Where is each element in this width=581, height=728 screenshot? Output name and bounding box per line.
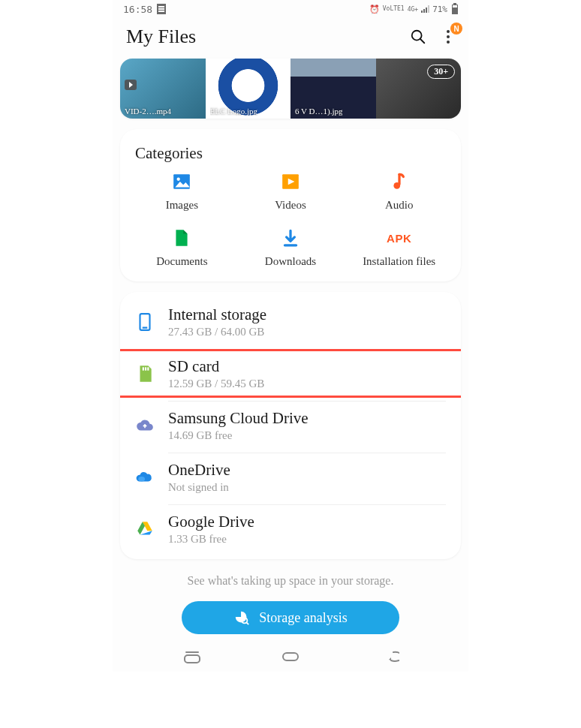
category-images[interactable]: Images bbox=[128, 172, 236, 212]
svg-rect-11 bbox=[147, 367, 149, 370]
recent-thumb[interactable]: 6 V D…1).jpg bbox=[290, 59, 376, 119]
phone-icon bbox=[135, 312, 155, 332]
storage-onedrive[interactable]: OneDrive Not signed in bbox=[120, 451, 461, 503]
storage-title: Samsung Cloud Drive bbox=[168, 409, 446, 428]
svg-line-14 bbox=[247, 622, 249, 624]
category-downloads[interactable]: Downloads bbox=[236, 228, 345, 268]
storage-sub: 14.69 GB free bbox=[168, 429, 446, 442]
category-label: Images bbox=[166, 199, 198, 212]
device-frame: 16:58 VoLTE1 4G+ 71% My Files N bbox=[113, 0, 468, 672]
storage-google-drive[interactable]: Google Drive 1.33 GB free bbox=[120, 503, 461, 555]
nav-home-button[interactable] bbox=[280, 649, 301, 667]
storage-sub: 27.43 GB / 64.00 GB bbox=[168, 326, 446, 338]
audio-icon bbox=[390, 172, 409, 191]
recent-thumb[interactable]: VID-2….mp4 bbox=[120, 59, 206, 119]
status-time: 16:58 bbox=[123, 4, 152, 15]
categories-heading: Categories bbox=[128, 144, 453, 172]
recent-thumb-label: 6 V D…1).jpg bbox=[295, 107, 342, 116]
onedrive-icon bbox=[135, 468, 155, 487]
category-label: Videos bbox=[275, 199, 306, 212]
category-label: Audio bbox=[385, 199, 414, 212]
storage-sd-card[interactable]: SD card 12.59 GB / 59.45 GB bbox=[120, 347, 461, 399]
battery-icon bbox=[452, 5, 458, 14]
apk-icon: APK bbox=[390, 228, 409, 248]
video-play-icon bbox=[125, 80, 137, 90]
storage-title: OneDrive bbox=[168, 461, 446, 480]
category-documents[interactable]: Documents bbox=[128, 228, 236, 268]
sd-card-icon bbox=[135, 364, 155, 384]
notification-doc-icon bbox=[157, 4, 166, 14]
category-videos[interactable]: Videos bbox=[236, 172, 345, 212]
storage-sub: 1.33 GB free bbox=[168, 533, 446, 546]
category-installation-files[interactable]: APK Installation files bbox=[345, 228, 453, 268]
recent-files-card: VID-2….mp4 ELC Logo.jpg 6 V D…1).jpg 30+ bbox=[120, 59, 461, 119]
category-label: Downloads bbox=[265, 255, 316, 268]
svg-point-3 bbox=[177, 178, 180, 181]
signal-icon bbox=[421, 5, 429, 13]
status-net-label: VoLTE1 bbox=[383, 6, 405, 12]
samsung-cloud-icon bbox=[135, 416, 155, 435]
app-bar: My Files N bbox=[113, 18, 468, 59]
recent-more-badge: 30+ bbox=[427, 65, 455, 79]
google-drive-icon bbox=[135, 519, 155, 539]
recent-thumb-label: VID-2….mp4 bbox=[125, 107, 171, 116]
svg-line-1 bbox=[420, 39, 425, 44]
notification-badge: N bbox=[450, 23, 462, 35]
recent-thumb-label: ELC Logo.jpg bbox=[210, 107, 258, 116]
storage-sub: 12.59 GB / 59.45 GB bbox=[168, 378, 446, 390]
storage-sub: Not signed in bbox=[168, 481, 446, 494]
storage-samsung-cloud[interactable]: Samsung Cloud Drive 14.69 GB free bbox=[120, 399, 461, 451]
alarm-icon bbox=[369, 5, 380, 14]
storage-card: Internal storage 27.43 GB / 64.00 GB SD … bbox=[120, 292, 461, 559]
svg-point-12 bbox=[138, 476, 145, 481]
storage-title: Internal storage bbox=[168, 305, 446, 324]
nav-recents-button[interactable] bbox=[182, 649, 203, 667]
status-battery-pct: 71% bbox=[432, 5, 447, 14]
storage-analysis-label: Storage analysis bbox=[259, 610, 347, 626]
recent-thumb[interactable]: ELC Logo.jpg bbox=[206, 59, 291, 119]
storage-internal[interactable]: Internal storage 27.43 GB / 64.00 GB bbox=[120, 296, 461, 347]
images-icon bbox=[172, 172, 191, 191]
svg-rect-9 bbox=[143, 367, 144, 370]
pie-search-icon bbox=[233, 609, 250, 626]
videos-icon bbox=[281, 172, 300, 191]
page-title: My Files bbox=[126, 26, 410, 48]
categories-card: Categories Images Videos Audio bbox=[120, 129, 461, 281]
status-bar: 16:58 VoLTE1 4G+ 71% bbox=[113, 0, 468, 18]
documents-icon bbox=[172, 228, 191, 248]
svg-rect-10 bbox=[145, 367, 146, 370]
storage-analysis-button[interactable]: Storage analysis bbox=[182, 601, 399, 634]
more-menu-button[interactable]: N bbox=[441, 29, 455, 45]
nav-back-button[interactable] bbox=[378, 649, 399, 667]
search-icon bbox=[410, 29, 426, 45]
svg-point-5 bbox=[393, 182, 400, 189]
storage-title: Google Drive bbox=[168, 513, 446, 531]
category-label: Documents bbox=[156, 255, 207, 268]
system-nav-bar bbox=[113, 643, 468, 672]
svg-rect-17 bbox=[283, 653, 298, 660]
storage-hint: See what's taking up space in your stora… bbox=[113, 570, 468, 601]
category-label: Installation files bbox=[363, 255, 435, 268]
status-net-sub: 4G+ bbox=[408, 6, 418, 13]
svg-rect-16 bbox=[185, 655, 200, 663]
category-audio[interactable]: Audio bbox=[345, 172, 453, 212]
recent-thumb[interactable]: 30+ bbox=[376, 59, 462, 119]
search-button[interactable] bbox=[410, 29, 426, 45]
downloads-icon bbox=[281, 228, 300, 248]
storage-title: SD card bbox=[168, 357, 446, 376]
